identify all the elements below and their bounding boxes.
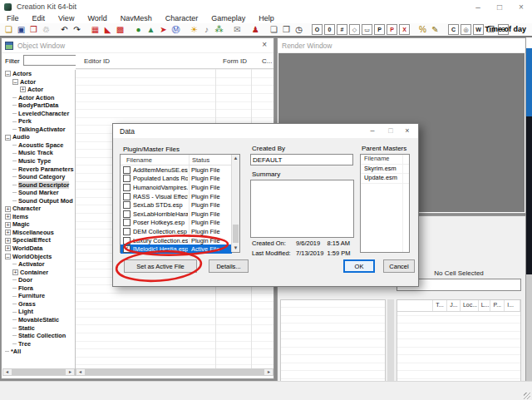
snap-to-reference-icon[interactable]: ▩ (115, 24, 126, 35)
tree-item-grass[interactable]: Grass (2, 300, 75, 309)
expand-icon[interactable]: + (5, 206, 11, 212)
clock-icon[interactable]: ◷ (293, 24, 304, 35)
expand-icon[interactable]: + (5, 230, 11, 235)
snap-to-angle-icon[interactable]: ◣ (102, 24, 113, 35)
lights-toggle-icon[interactable]: ☀ (189, 24, 200, 35)
tree-item-tree[interactable]: Tree (2, 340, 75, 348)
plugin-row-additemmenuse-esp[interactable]: AddItemMenuSE.espPlugin File (121, 165, 232, 175)
tree-hscrollbar[interactable]: ◂▸ (2, 368, 75, 376)
tree-item-activator[interactable]: Activator (2, 260, 75, 269)
pick-icon[interactable]: ✎ (430, 24, 441, 35)
tree-item-miscellaneous[interactable]: +Miscellaneous (2, 229, 75, 237)
list-hscrollbar[interactable]: ◂▸ (76, 368, 273, 376)
tree-item-music-type[interactable]: Music Type (2, 157, 75, 165)
grid-window-icon[interactable]: # (337, 24, 347, 35)
tree-item-flora[interactable]: Flora (2, 284, 75, 293)
collapse-icon[interactable]: – (12, 79, 18, 85)
status-column[interactable]: Status (192, 156, 209, 164)
set-as-active-file-button[interactable]: Set as Active File (124, 259, 197, 273)
dialog-maximize-button[interactable]: □ (385, 126, 397, 135)
collapse-icon[interactable]: – (5, 71, 11, 77)
checkbox-unchecked[interactable] (123, 201, 131, 209)
checkbox-unchecked[interactable] (123, 228, 131, 235)
expand-icon[interactable]: + (5, 222, 11, 228)
tree-item-audio[interactable]: –Audio (2, 133, 75, 141)
tree-item-bodypartdata[interactable]: BodyPartData (2, 101, 75, 110)
plugin-row-populated-lands-roa-[interactable]: Populated Lands Roa...Plugin File (121, 175, 232, 184)
preview-window-icon[interactable]: P (374, 24, 385, 35)
cell-column-1[interactable]: J... (447, 300, 461, 311)
menu-character[interactable]: Character (159, 14, 205, 22)
tree-item-talkingactivator[interactable]: TalkingActivator (2, 126, 75, 134)
menu-world[interactable]: World (81, 14, 113, 22)
version-control-icon[interactable]: ❒ (28, 24, 39, 35)
filter-input[interactable] (23, 55, 76, 66)
tree-item-container[interactable]: +Container (2, 269, 75, 277)
tree-item-sound-descriptor[interactable]: Sound Descriptor (2, 181, 75, 190)
menu-file[interactable]: File (0, 14, 26, 22)
checkbox-unchecked[interactable] (123, 166, 131, 174)
cell-column-editor-id[interactable] (397, 300, 433, 311)
filename-column[interactable]: Filename (126, 156, 152, 164)
expand-icon[interactable]: + (20, 86, 26, 92)
plugin-row-sexlab-stds-esp[interactable]: SexLab STDs.espPlugin File (121, 200, 232, 210)
cube-window-icon[interactable]: ◇ (349, 24, 360, 35)
menu-navmesh[interactable]: NavMesh (114, 14, 159, 22)
summary-textarea[interactable] (250, 180, 354, 238)
redo-icon[interactable]: ↷ (71, 24, 82, 35)
tree-item-reverb-parameters[interactable]: Reverb Parameters (2, 165, 75, 174)
tree-item-items[interactable]: +Items (2, 213, 75, 221)
tree-item-actor[interactable]: –Actor (2, 78, 75, 86)
tree-item-acoustic-space[interactable]: Acoustic Space (2, 141, 75, 150)
tree-item--all[interactable]: *All (2, 348, 75, 356)
landscape-edit-icon[interactable]: ▲ (145, 24, 156, 35)
checkbox-unchecked[interactable] (123, 210, 131, 218)
expand-icon[interactable]: + (5, 214, 11, 220)
close-button[interactable]: × (515, 2, 527, 12)
menu-gameplay[interactable]: Gameplay (204, 14, 252, 22)
plugin-row-sexlabhorribleharass-[interactable]: SexLabHorribleHarass...Plugin File (121, 210, 232, 219)
details-button[interactable]: Details... (209, 259, 249, 273)
expand-icon[interactable]: + (5, 245, 11, 251)
tree-item-actor[interactable]: +Actor (2, 86, 75, 94)
plugin-row-humanoidvampires-esp[interactable]: HumanoidVampires.espPlugin File (121, 183, 232, 192)
world-spaces-icon[interactable]: ● (133, 24, 144, 35)
save-icon[interactable]: ▣ (16, 24, 27, 35)
tree-item-character[interactable]: +Character (2, 205, 75, 213)
plugin-row-luxury-collection-esp[interactable]: Luxury Collection.espPlugin File (121, 236, 232, 245)
file-list-vscrollbar[interactable]: ▲▼ (231, 155, 239, 252)
tree-item-door[interactable]: Door (2, 276, 75, 284)
cell-column-2[interactable]: Loc... (461, 300, 479, 311)
snap-to-grid-icon[interactable]: ▦ (90, 24, 101, 35)
resize-grip[interactable] (524, 393, 530, 399)
collapse-icon[interactable]: – (5, 135, 11, 141)
menu-help[interactable]: Help (252, 14, 281, 22)
column-editor-id[interactable]: Editor ID (84, 57, 110, 65)
tree-item-worlddata[interactable]: +WorldData (2, 244, 75, 253)
dialog-close-button[interactable]: × (401, 126, 413, 135)
tree-item-movablestatic[interactable]: MovableStatic (2, 316, 75, 324)
tile-windows-icon[interactable]: ❐ (281, 24, 292, 35)
tree-item-sound-output-mod[interactable]: Sound Output Mod (2, 197, 75, 205)
object-window-close-icon[interactable]: × (262, 40, 267, 49)
checkbox-unchecked[interactable] (123, 175, 131, 182)
delete-icon[interactable]: ♲ (41, 24, 52, 35)
expand-icon[interactable]: + (12, 269, 18, 275)
menu-edit[interactable]: Edit (26, 14, 52, 22)
render-window-titlebar[interactable]: Render Window (278, 38, 525, 53)
sound-toggle-icon[interactable]: ♪ (201, 24, 212, 35)
cancel-button[interactable]: Cancel (383, 259, 415, 273)
plugin-row-dem-collection-esp[interactable]: DEM Collection.espPlugin File (121, 227, 232, 236)
close-x-icon[interactable]: X (399, 24, 410, 35)
open-file-icon[interactable]: ❏ (3, 24, 14, 35)
run-havok-icon[interactable]: ➤ (158, 24, 169, 35)
created-by-input[interactable] (250, 154, 353, 165)
column-count[interactable]: C... (262, 57, 272, 65)
minimize-button[interactable]: – (472, 2, 484, 12)
checkbox-unchecked[interactable] (123, 193, 131, 200)
data-dialog-titlebar[interactable]: Data – □ × (113, 124, 418, 138)
tree-item-static-collection[interactable]: Static Collection (2, 332, 75, 340)
markers-toggle-icon[interactable]: Ⓜ (170, 24, 181, 35)
checkbox-unchecked[interactable] (123, 184, 131, 191)
tree-item-actors[interactable]: –Actors (2, 70, 75, 78)
